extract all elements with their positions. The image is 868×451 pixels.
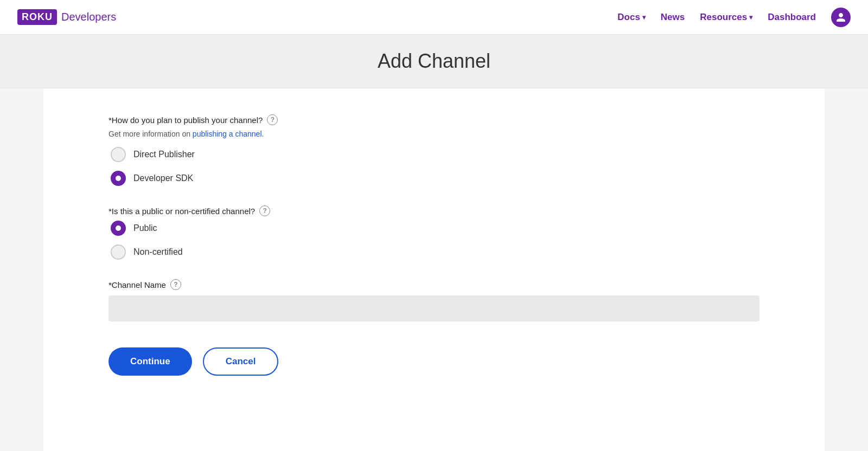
nav-dashboard[interactable]: Dashboard bbox=[768, 12, 816, 23]
channel-type-question-label: *Is this a public or non-certified chann… bbox=[108, 205, 760, 216]
page-title: Add Channel bbox=[0, 50, 868, 73]
publish-help-icon[interactable]: ? bbox=[267, 114, 278, 125]
public-label: Public bbox=[133, 223, 157, 233]
publish-method-section: *How do you plan to publish your channel… bbox=[108, 114, 760, 186]
direct-publisher-label: Direct Publisher bbox=[133, 150, 195, 159]
radio-option-non-certified[interactable]: Non-certified bbox=[111, 244, 760, 260]
developer-sdk-label: Developer SDK bbox=[133, 173, 193, 183]
radio-option-public[interactable]: Public bbox=[111, 221, 760, 236]
nav-resources[interactable]: Resources ▾ bbox=[700, 12, 752, 23]
form-actions: Continue Cancel bbox=[108, 347, 760, 376]
navbar-right: Docs ▾ News Resources ▾ Dashboard bbox=[617, 8, 851, 27]
channel-type-help-icon[interactable]: ? bbox=[259, 205, 270, 216]
person-icon bbox=[835, 12, 846, 23]
channel-name-section: *Channel Name ? bbox=[108, 279, 760, 321]
main-content: *How do you plan to publish your channel… bbox=[43, 88, 825, 451]
channel-type-radio-group: Public Non-certified bbox=[111, 221, 760, 260]
publishing-link[interactable]: publishing a channel. bbox=[193, 130, 264, 138]
resources-chevron-icon: ▾ bbox=[749, 14, 752, 21]
roku-logo-box[interactable]: ROKU bbox=[17, 9, 57, 25]
publish-info-text: Get more information on publishing a cha… bbox=[108, 130, 760, 138]
radio-public[interactable] bbox=[111, 221, 126, 236]
nav-news[interactable]: News bbox=[661, 12, 685, 23]
nav-docs[interactable]: Docs ▾ bbox=[617, 12, 646, 23]
continue-button[interactable]: Continue bbox=[108, 347, 192, 376]
navbar: ROKU Developers Docs ▾ News Resources ▾ … bbox=[0, 0, 868, 35]
docs-chevron-icon: ▾ bbox=[642, 14, 646, 21]
channel-name-label: *Channel Name ? bbox=[108, 279, 760, 290]
radio-direct-publisher[interactable] bbox=[111, 147, 126, 162]
page-header: Add Channel bbox=[0, 35, 868, 88]
roku-logo: ROKU Developers bbox=[17, 9, 116, 25]
radio-option-developer-sdk[interactable]: Developer SDK bbox=[111, 171, 760, 186]
non-certified-label: Non-certified bbox=[133, 247, 183, 257]
publish-method-radio-group: Direct Publisher Developer SDK bbox=[111, 147, 760, 186]
channel-name-input[interactable] bbox=[108, 295, 760, 321]
publish-question-label: *How do you plan to publish your channel… bbox=[108, 114, 760, 125]
developers-label: Developers bbox=[61, 11, 116, 23]
cancel-button[interactable]: Cancel bbox=[203, 347, 279, 376]
channel-name-help-icon[interactable]: ? bbox=[170, 279, 181, 290]
radio-developer-sdk[interactable] bbox=[111, 171, 126, 186]
radio-option-direct-publisher[interactable]: Direct Publisher bbox=[111, 147, 760, 162]
channel-type-section: *Is this a public or non-certified chann… bbox=[108, 205, 760, 260]
navbar-left: ROKU Developers bbox=[17, 9, 116, 25]
radio-non-certified[interactable] bbox=[111, 244, 126, 260]
user-avatar[interactable] bbox=[831, 8, 851, 27]
